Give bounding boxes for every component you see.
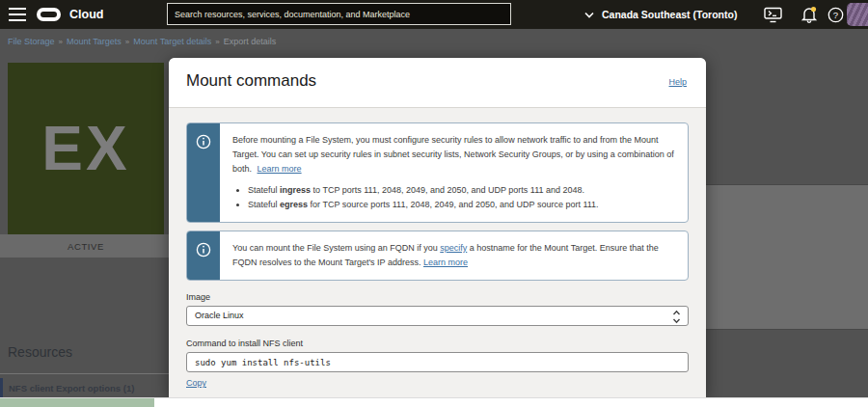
help-icon: ? [827, 7, 844, 23]
notifications-bell-icon [800, 6, 818, 23]
bottom-strip [0, 397, 868, 407]
selected-indicator [0, 378, 3, 398]
image-select[interactable]: Oracle Linux [186, 306, 689, 326]
fqdn-info-banner: You can mount the File System using an F… [186, 231, 689, 281]
svg-text:?: ? [833, 10, 838, 20]
resources-heading: Resources [8, 344, 72, 360]
resource-avatar: EX [8, 63, 164, 234]
ports-bullet-list: Stateful ingress to TCP ports 111, 2048,… [232, 183, 676, 212]
info-text: You can mount the File System using an F… [232, 243, 440, 253]
breadcrumb-mount-targets[interactable]: Mount Targets [67, 37, 122, 46]
oracle-logo-icon[interactable] [37, 8, 61, 21]
top-navigation-bar: Cloud Canada Southeast (Toronto) [0, 0, 868, 29]
search-input[interactable] [167, 3, 511, 25]
ingress-bullet: Stateful ingress to TCP ports 111, 2048,… [248, 183, 676, 198]
info-banner-content: You can mount the File System using an F… [220, 231, 688, 280]
info-banner-content: Before mounting a File System, you must … [220, 123, 688, 222]
cloud-shell-icon [764, 7, 782, 23]
info-icon [196, 242, 211, 258]
help-link[interactable]: Help [668, 77, 687, 87]
breadcrumb-mount-target-details[interactable]: Mount Target details [133, 37, 211, 46]
breadcrumb: File Storage»Mount Targets»Mount Target … [8, 37, 276, 46]
learn-more-link[interactable]: Learn more [423, 258, 468, 267]
chevron-down-icon [584, 12, 594, 18]
nfs-install-label: Command to install NFS client [186, 339, 689, 348]
bottom-strip-green-block [0, 398, 154, 407]
info-icon [196, 134, 211, 149]
user-avatar[interactable] [847, 3, 868, 26]
image-field-label: Image [186, 292, 689, 302]
status-badge: ACTIVE [68, 241, 104, 252]
learn-more-link[interactable]: Learn more [258, 164, 302, 174]
copy-link[interactable]: Copy [186, 378, 206, 388]
breadcrumb-separator: » [59, 38, 63, 46]
cloud-shell-button[interactable] [764, 0, 782, 29]
nfs-install-command-input[interactable] [186, 352, 689, 372]
sidebar-item-nfs-client-export-options[interactable]: NFS client Export options (1) [0, 378, 170, 398]
dialog-title: Mount commands [186, 71, 316, 91]
sidebar-item-label: NFS client Export options (1) [9, 383, 134, 393]
hamburger-menu-icon[interactable] [9, 8, 26, 22]
info-banner-stripe [187, 231, 220, 280]
breadcrumb-separator: » [125, 38, 129, 46]
status-band: ACTIVE [0, 234, 172, 258]
breadcrumb-separator: » [215, 38, 219, 46]
help-button[interactable]: ? [827, 0, 844, 29]
region-selector[interactable]: Canada Southeast (Toronto) [584, 0, 737, 29]
dialog-header: Mount commands Help [169, 58, 706, 108]
dialog-body: Before mounting a File System, you must … [169, 108, 706, 397]
notification-dot [811, 7, 816, 12]
resource-avatar-label: EX [41, 113, 129, 184]
breadcrumb-file-storage[interactable]: File Storage [8, 37, 55, 46]
egress-bullet: Stateful egress for TCP source ports 111… [248, 198, 676, 212]
brand-label[interactable]: Cloud [69, 0, 103, 29]
security-rules-info-banner: Before mounting a File System, you must … [186, 122, 689, 223]
breadcrumb-export-details: Export details [224, 37, 277, 46]
image-select-value: Oracle Linux [195, 311, 244, 320]
info-banner-stripe [187, 123, 220, 222]
region-label: Canada Southeast (Toronto) [602, 9, 737, 20]
mount-commands-dialog: Mount commands Help Before mounting a Fi… [169, 58, 706, 397]
resources-divider [0, 373, 170, 374]
select-stepper-icon [672, 310, 681, 331]
oracle-cloud-console: File Storage»Mount Targets»Mount Target … [0, 0, 868, 407]
notifications-button[interactable] [800, 0, 818, 29]
specify-link[interactable]: specify [440, 243, 467, 253]
